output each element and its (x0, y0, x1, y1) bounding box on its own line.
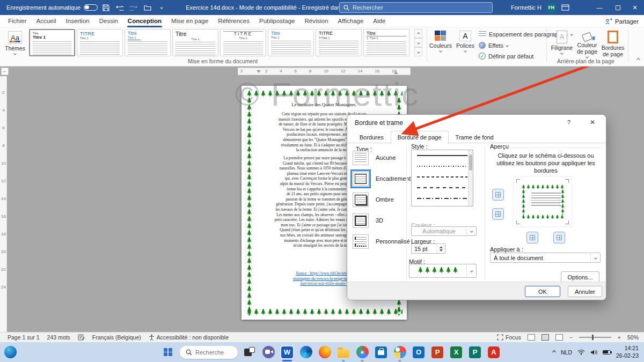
cancel-button[interactable]: Annuler (568, 286, 602, 297)
ribbon-tab[interactable]: Accueil (32, 15, 61, 27)
style-set-card[interactable]: Titre 1. Titre 1 (363, 29, 409, 56)
close-button[interactable]: ✕ (626, 0, 644, 15)
paint-icon[interactable] (393, 345, 407, 359)
style-option[interactable] (412, 161, 473, 172)
ribbon-tab[interactable]: Insertion (61, 15, 94, 27)
teams-chat-icon[interactable] (261, 345, 275, 359)
effects-button[interactable]: Effets (479, 42, 508, 49)
top-border-toggle-button[interactable] (492, 189, 504, 201)
style-set-card[interactable]: Titre Titre 1 (268, 29, 314, 56)
edge-icon[interactable] (299, 345, 313, 359)
task-view-icon[interactable] (243, 345, 257, 359)
border-type-option[interactable]: Personnalisé (353, 234, 406, 249)
ribbon-tab[interactable]: Fichier (3, 15, 32, 27)
style-scrollbar[interactable] (468, 150, 473, 206)
style-option[interactable] (412, 172, 473, 182)
undo-icon[interactable] (114, 2, 126, 13)
border-preview[interactable] (513, 176, 572, 227)
quick-access-chevron-icon[interactable] (156, 2, 167, 13)
language-switcher[interactable]: NLD (561, 349, 572, 356)
powerpoint-icon[interactable]: P (430, 345, 444, 359)
titlebar-search[interactable] (339, 2, 493, 13)
style-option[interactable] (412, 150, 473, 161)
ok-button[interactable]: OK (525, 286, 560, 297)
style-set-card[interactable]: TITRE Titre 1 (77, 29, 123, 56)
language-indicator[interactable]: Français (Belgique) (92, 334, 141, 341)
read-mode-icon[interactable] (528, 334, 535, 341)
right-border-toggle-button[interactable] (553, 232, 565, 243)
motif-dropdown[interactable] (409, 264, 477, 278)
account-area[interactable]: Formettic H FH (511, 0, 569, 15)
open-icon[interactable] (142, 2, 153, 13)
ribbon-tab[interactable]: Révision (299, 15, 333, 27)
acrobat-icon[interactable]: A (487, 345, 501, 359)
indent-marker[interactable] (257, 70, 261, 73)
excel-icon[interactable]: X (449, 345, 463, 359)
word-count[interactable]: 243 mots (47, 334, 70, 341)
zoom-slider[interactable] (579, 337, 611, 338)
zoom-level[interactable]: 50% (627, 334, 639, 341)
spinner-arrows[interactable] (437, 244, 445, 253)
volume-icon[interactable] (590, 349, 597, 356)
border-type-option[interactable]: Aucune (353, 150, 406, 165)
firefox-icon[interactable] (318, 345, 332, 359)
border-type-option[interactable]: Ombre (353, 192, 406, 207)
proofing-icon[interactable] (78, 334, 85, 341)
border-type-option[interactable]: Encadrement (353, 171, 406, 186)
polices-button[interactable]: A Polices (454, 29, 477, 64)
maximize-button[interactable] (609, 0, 627, 15)
minimize-button[interactable]: — (590, 0, 609, 15)
horizontal-ruler[interactable]: 2 24681012141618 (238, 68, 411, 75)
microsoft-store-icon[interactable] (374, 345, 388, 359)
dialog-tab-bordure-de-page[interactable]: Bordure de page (391, 131, 449, 144)
style-option[interactable] (412, 182, 473, 193)
search-input[interactable] (353, 4, 471, 11)
page-indicator[interactable]: Page 1 sur 1 (8, 334, 40, 341)
ribbon-tab[interactable]: Aide (368, 15, 390, 27)
style-set-card[interactable]: Titre Titre 1 (125, 29, 171, 56)
couleurs-button[interactable]: Couleurs (429, 29, 452, 64)
redo-icon[interactable] (128, 2, 140, 13)
style-set-card[interactable]: TITRE TITRE 1 (316, 29, 362, 56)
autosave-control[interactable]: Enregistrement automatique (6, 4, 98, 11)
ribbon-tab[interactable]: Conception (123, 15, 166, 27)
dialog-tab-trame-de-fond[interactable]: Trame de fond (449, 131, 501, 144)
save-icon[interactable] (100, 2, 112, 13)
largeur-spinner[interactable]: 15 pt (411, 243, 445, 254)
tab-stop-selector[interactable]: ⌐ (1, 68, 9, 75)
focus-button[interactable]: Focus (497, 334, 521, 341)
ribbon-tab[interactable]: Références (213, 15, 254, 27)
ribbon-tab[interactable]: Mise en page (166, 15, 213, 27)
style-set-card[interactable]: TITRE Titre 1 (220, 29, 266, 56)
bottom-border-toggle-button[interactable] (492, 208, 504, 220)
set-default-button[interactable]: ✓ Définir par défaut (479, 53, 533, 60)
clock[interactable]: 14:21 26-02-23 (616, 345, 639, 359)
style-set-card[interactable]: Titre Titre 1 (172, 29, 218, 56)
ribbon-tab[interactable]: Publipostage (254, 15, 300, 27)
start-button[interactable] (161, 345, 175, 359)
vertical-ruler[interactable]: 24681012141618202224 (0, 76, 7, 332)
word-taskbar-icon[interactable]: W (280, 345, 294, 359)
dialog-help-button[interactable]: ? (567, 119, 570, 125)
couleur-dropdown[interactable]: Automatique (411, 226, 477, 236)
wifi-icon[interactable] (577, 349, 585, 355)
battery-icon[interactable] (603, 350, 611, 354)
avatar[interactable]: FH (546, 3, 557, 13)
print-layout-icon[interactable] (541, 334, 549, 341)
tray-expand-icon[interactable] (552, 350, 556, 354)
taskbar-search[interactable] (180, 346, 238, 359)
indent-marker[interactable] (394, 71, 398, 74)
ribbon-tab[interactable]: Dessin (94, 15, 123, 27)
style-listbox[interactable] (411, 150, 473, 206)
left-border-toggle-button[interactable] (526, 232, 538, 243)
web-layout-icon[interactable] (555, 334, 563, 341)
chrome-icon[interactable] (355, 345, 369, 359)
zoom-slider-thumb[interactable] (592, 335, 594, 340)
publisher-icon[interactable]: P (468, 345, 482, 359)
ribbon-display-options-icon[interactable] (561, 4, 569, 11)
autosave-toggle[interactable] (84, 4, 98, 11)
zoom-out-icon[interactable]: − (569, 334, 573, 341)
style-set-card[interactable]: Titre Titre 1 (29, 29, 75, 56)
zoom-in-icon[interactable]: + (618, 334, 621, 341)
accessibility-status[interactable]: Accessibilité : non disponible (149, 334, 229, 341)
